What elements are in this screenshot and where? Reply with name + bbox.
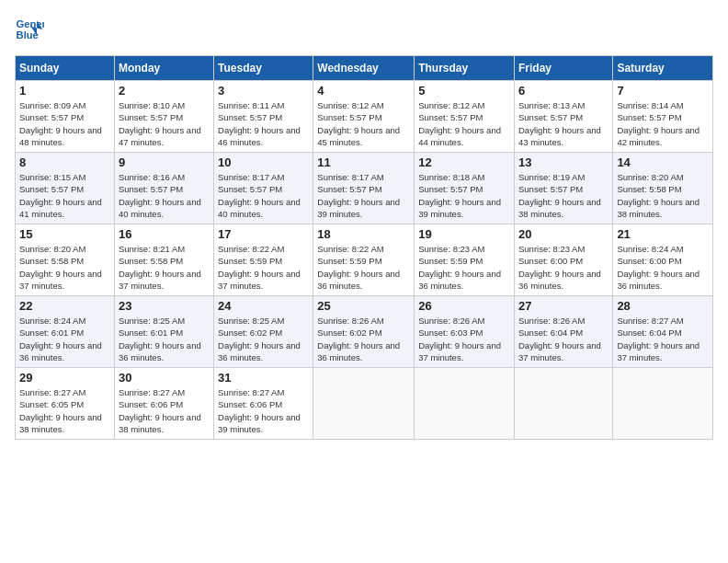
calendar-row-3: 15Sunrise: 8:20 AMSunset: 5:58 PMDayligh… xyxy=(16,224,713,296)
sunset-text: Sunset: 6:06 PM xyxy=(119,399,183,409)
calendar-cell xyxy=(415,368,515,440)
calendar-cell: 31Sunrise: 8:27 AMSunset: 6:06 PMDayligh… xyxy=(214,368,313,440)
calendar-cell: 6Sunrise: 8:13 AMSunset: 5:57 PMDaylight… xyxy=(514,81,612,153)
day-info: Sunrise: 8:26 AMSunset: 6:04 PMDaylight:… xyxy=(518,315,609,363)
day-number: 13 xyxy=(518,155,609,169)
sunset-text: Sunset: 5:59 PM xyxy=(317,256,381,266)
daylight-text: Daylight: 9 hours and 38 minutes. xyxy=(518,197,601,219)
calendar-row-1: 1Sunrise: 8:09 AMSunset: 5:57 PMDaylight… xyxy=(16,81,713,153)
calendar-cell: 1Sunrise: 8:09 AMSunset: 5:57 PMDaylight… xyxy=(16,81,115,153)
sunrise-text: Sunrise: 8:17 AM xyxy=(317,172,383,182)
calendar-cell: 23Sunrise: 8:25 AMSunset: 6:01 PMDayligh… xyxy=(114,296,213,368)
calendar-cell: 25Sunrise: 8:26 AMSunset: 6:02 PMDayligh… xyxy=(313,296,415,368)
day-number: 22 xyxy=(19,299,110,313)
sunrise-text: Sunrise: 8:19 AM xyxy=(518,172,585,182)
sunrise-text: Sunrise: 8:25 AM xyxy=(119,316,185,326)
daylight-text: Daylight: 9 hours and 36 minutes. xyxy=(317,269,400,291)
sunset-text: Sunset: 5:57 PM xyxy=(418,184,483,194)
day-info: Sunrise: 8:27 AMSunset: 6:05 PMDaylight:… xyxy=(19,386,110,435)
day-info: Sunrise: 8:26 AMSunset: 6:03 PMDaylight:… xyxy=(418,315,510,363)
day-number: 15 xyxy=(19,227,110,241)
day-number: 5 xyxy=(418,84,510,98)
sunset-text: Sunset: 5:57 PM xyxy=(119,184,183,194)
day-info: Sunrise: 8:11 AMSunset: 5:57 PMDaylight:… xyxy=(218,99,309,148)
page-container: General Blue SundayMondayTuesdayWednesda… xyxy=(0,0,728,447)
day-number: 6 xyxy=(518,84,609,98)
daylight-text: Daylight: 9 hours and 46 minutes. xyxy=(218,125,301,147)
col-header-saturday: Saturday xyxy=(613,56,713,81)
calendar-cell: 28Sunrise: 8:27 AMSunset: 6:04 PMDayligh… xyxy=(613,296,713,368)
sunset-text: Sunset: 5:57 PM xyxy=(518,184,583,194)
calendar-cell: 8Sunrise: 8:15 AMSunset: 5:57 PMDaylight… xyxy=(16,153,115,224)
day-number: 30 xyxy=(119,371,210,385)
calendar-row-2: 8Sunrise: 8:15 AMSunset: 5:57 PMDaylight… xyxy=(16,153,713,224)
sunset-text: Sunset: 5:57 PM xyxy=(418,112,483,122)
day-info: Sunrise: 8:20 AMSunset: 5:58 PMDaylight:… xyxy=(617,171,709,220)
day-info: Sunrise: 8:22 AMSunset: 5:59 PMDaylight:… xyxy=(317,243,410,292)
day-number: 10 xyxy=(218,155,309,169)
sunset-text: Sunset: 6:01 PM xyxy=(19,327,84,338)
day-info: Sunrise: 8:17 AMSunset: 5:57 PMDaylight:… xyxy=(218,171,309,220)
sunrise-text: Sunrise: 8:18 AM xyxy=(418,172,484,182)
sunrise-text: Sunrise: 8:21 AM xyxy=(119,244,185,254)
daylight-text: Daylight: 9 hours and 37 minutes. xyxy=(617,340,700,362)
sunrise-text: Sunrise: 8:23 AM xyxy=(518,244,585,254)
sunset-text: Sunset: 6:02 PM xyxy=(218,327,282,338)
daylight-text: Daylight: 9 hours and 36 minutes. xyxy=(19,340,102,362)
day-number: 18 xyxy=(317,227,410,241)
calendar-row-5: 29Sunrise: 8:27 AMSunset: 6:05 PMDayligh… xyxy=(16,368,713,440)
day-info: Sunrise: 8:17 AMSunset: 5:57 PMDaylight:… xyxy=(317,171,410,220)
calendar-cell: 22Sunrise: 8:24 AMSunset: 6:01 PMDayligh… xyxy=(16,296,115,368)
calendar-cell: 29Sunrise: 8:27 AMSunset: 6:05 PMDayligh… xyxy=(16,368,115,440)
day-number: 23 xyxy=(119,299,210,313)
daylight-text: Daylight: 9 hours and 36 minutes. xyxy=(317,340,400,362)
daylight-text: Daylight: 9 hours and 41 minutes. xyxy=(19,197,102,219)
day-number: 16 xyxy=(119,227,210,241)
calendar-cell: 5Sunrise: 8:12 AMSunset: 5:57 PMDaylight… xyxy=(415,81,515,153)
calendar-cell: 15Sunrise: 8:20 AMSunset: 5:58 PMDayligh… xyxy=(16,224,115,296)
sunrise-text: Sunrise: 8:12 AM xyxy=(418,100,484,110)
sunrise-text: Sunrise: 8:26 AM xyxy=(317,316,383,326)
day-number: 28 xyxy=(617,299,709,313)
sunset-text: Sunset: 6:00 PM xyxy=(617,256,681,266)
day-number: 19 xyxy=(418,227,510,241)
day-info: Sunrise: 8:24 AMSunset: 6:01 PMDaylight:… xyxy=(19,315,110,363)
day-info: Sunrise: 8:16 AMSunset: 5:57 PMDaylight:… xyxy=(119,171,210,220)
day-info: Sunrise: 8:19 AMSunset: 5:57 PMDaylight:… xyxy=(518,171,609,220)
calendar-cell: 4Sunrise: 8:12 AMSunset: 5:57 PMDaylight… xyxy=(313,81,415,153)
sunrise-text: Sunrise: 8:10 AM xyxy=(119,100,185,110)
day-info: Sunrise: 8:27 AMSunset: 6:06 PMDaylight:… xyxy=(119,386,210,435)
daylight-text: Daylight: 9 hours and 36 minutes. xyxy=(119,340,201,362)
day-info: Sunrise: 8:18 AMSunset: 5:57 PMDaylight:… xyxy=(418,171,510,220)
col-header-thursday: Thursday xyxy=(415,56,515,81)
sunrise-text: Sunrise: 8:22 AM xyxy=(317,244,383,254)
sunrise-text: Sunrise: 8:25 AM xyxy=(218,316,284,326)
col-header-wednesday: Wednesday xyxy=(313,56,415,81)
calendar-cell: 10Sunrise: 8:17 AMSunset: 5:57 PMDayligh… xyxy=(214,153,313,224)
sunset-text: Sunset: 6:04 PM xyxy=(518,327,583,338)
day-info: Sunrise: 8:22 AMSunset: 5:59 PMDaylight:… xyxy=(218,243,309,292)
sunset-text: Sunset: 5:57 PM xyxy=(218,184,282,194)
sunset-text: Sunset: 5:57 PM xyxy=(617,112,681,122)
daylight-text: Daylight: 9 hours and 39 minutes. xyxy=(418,197,501,219)
day-number: 7 xyxy=(617,84,709,98)
daylight-text: Daylight: 9 hours and 45 minutes. xyxy=(317,125,400,147)
sunrise-text: Sunrise: 8:23 AM xyxy=(418,244,484,254)
calendar-cell: 16Sunrise: 8:21 AMSunset: 5:58 PMDayligh… xyxy=(114,224,213,296)
sunrise-text: Sunrise: 8:22 AM xyxy=(218,244,284,254)
day-number: 11 xyxy=(317,155,410,169)
day-info: Sunrise: 8:09 AMSunset: 5:57 PMDaylight:… xyxy=(19,99,110,148)
daylight-text: Daylight: 9 hours and 42 minutes. xyxy=(617,125,700,147)
sunrise-text: Sunrise: 8:27 AM xyxy=(19,387,85,397)
day-info: Sunrise: 8:25 AMSunset: 6:02 PMDaylight:… xyxy=(218,315,309,363)
sunrise-text: Sunrise: 8:20 AM xyxy=(19,244,85,254)
sunset-text: Sunset: 5:58 PM xyxy=(617,184,681,194)
sunrise-text: Sunrise: 8:26 AM xyxy=(418,316,484,326)
sunrise-text: Sunrise: 8:14 AM xyxy=(617,100,683,110)
day-info: Sunrise: 8:23 AMSunset: 5:59 PMDaylight:… xyxy=(418,243,510,292)
sunrise-text: Sunrise: 8:13 AM xyxy=(518,100,585,110)
day-number: 20 xyxy=(518,227,609,241)
calendar-cell xyxy=(514,368,612,440)
calendar-cell: 9Sunrise: 8:16 AMSunset: 5:57 PMDaylight… xyxy=(114,153,213,224)
calendar-cell: 2Sunrise: 8:10 AMSunset: 5:57 PMDaylight… xyxy=(114,81,213,153)
